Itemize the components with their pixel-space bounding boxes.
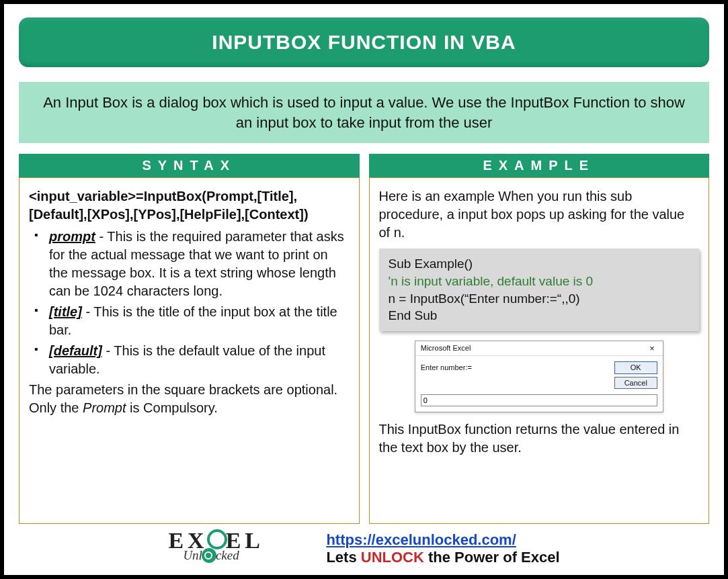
param-name: [title]: [49, 304, 82, 319]
example-column: EXAMPLE Here is an example When you run …: [369, 154, 710, 524]
cancel-button[interactable]: Cancel: [614, 377, 657, 390]
footer-text: https://excelunlocked.com/ Lets UNLOCK t…: [326, 531, 559, 566]
param-item: prompt - This is the required parameter …: [33, 228, 350, 300]
param-item: [title] - This is the title of the input…: [33, 303, 350, 339]
example-intro: Here is an example When you run this sub…: [379, 187, 700, 242]
example-outro: This InputBox function returns the value…: [379, 420, 700, 457]
dialog-buttons: OK Cancel: [614, 361, 657, 390]
ok-button[interactable]: OK: [614, 361, 657, 374]
logo: EXEL Unlcked: [168, 528, 306, 570]
logo-bottom: Unlcked: [168, 548, 306, 563]
tagline-pre: Lets: [326, 549, 360, 566]
code-comment: 'n is input variable, default value is 0: [389, 273, 690, 290]
columns: SYNTAX <input_variable>=InputBox(Prompt,…: [19, 154, 709, 524]
dialog-input[interactable]: [421, 394, 657, 406]
param-list: prompt - This is the required parameter …: [29, 228, 350, 378]
param-sep: -: [82, 304, 93, 319]
syntax-signature: <input_variable>=InputBox(Prompt,[Title]…: [29, 187, 350, 224]
optional-note-em: Prompt: [83, 400, 126, 415]
optional-note-post: is Compulsory.: [126, 400, 218, 415]
param-sep: -: [95, 229, 107, 244]
logo-text: Unl: [183, 548, 202, 563]
tagline-highlight: UNLOCK: [361, 549, 424, 566]
footer-link[interactable]: https://excelunlocked.com/: [326, 531, 516, 548]
syntax-body: <input_variable>=InputBox(Prompt,[Title]…: [19, 177, 360, 524]
dialog-prompt: Enter number:=: [421, 361, 614, 390]
dialog-title: Microsoft Excel: [421, 343, 471, 353]
page-title: INPUTBOX FUNCTION IN VBA: [19, 17, 709, 67]
dialog-input-wrap: [415, 392, 663, 412]
tagline-post: the Power of Excel: [424, 549, 560, 566]
syntax-column: SYNTAX <input_variable>=InputBox(Prompt,…: [19, 154, 360, 524]
code-box: Sub Example() 'n is input variable, defa…: [379, 249, 700, 331]
dialog-title-bar: Microsoft Excel ×: [415, 341, 663, 356]
example-body: Here is an example When you run this sub…: [369, 177, 710, 524]
code-line: Sub Example(): [389, 255, 690, 273]
code-line: End Sub: [389, 307, 690, 324]
param-name: [default]: [49, 343, 102, 358]
param-sep: -: [102, 343, 114, 358]
logo-c-icon: [207, 529, 227, 549]
param-name: prompt: [49, 229, 95, 244]
logo-key-icon: [202, 548, 216, 563]
logo-text: cked: [216, 548, 239, 563]
param-item: [default] - This is the default value of…: [33, 342, 350, 378]
dialog-body: Enter number:= OK Cancel: [415, 356, 663, 392]
example-header: EXAMPLE: [369, 154, 710, 177]
code-line: n = InputBox(“Enter number:=“,,0): [389, 290, 690, 308]
syntax-header: SYNTAX: [19, 154, 360, 177]
footer: EXEL Unlcked https://excelunlocked.com/ …: [19, 528, 709, 570]
intro-text: An Input Box is a dialog box which is us…: [19, 82, 709, 143]
close-icon[interactable]: ×: [645, 344, 659, 353]
inputbox-dialog: Microsoft Excel × Enter number:= OK Canc…: [415, 341, 663, 413]
optional-note: The parameters in the square brackets ar…: [29, 381, 350, 417]
